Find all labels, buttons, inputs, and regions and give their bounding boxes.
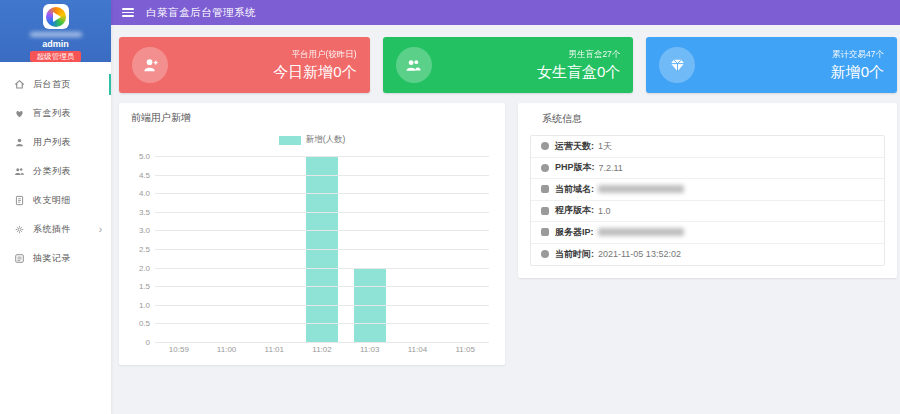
system-info-panel: 系统信息 运营天数: 1天 PHP版本: 7.2.11 当前域名: <box>518 103 897 278</box>
top-header: 白菜盲盒后台管理系统 <box>111 0 900 25</box>
y-axis-tick: 3.5 <box>125 207 150 216</box>
info-row-php-version: PHP版本: 7.2.11 <box>531 158 884 180</box>
blurred-ip-value <box>598 228 684 236</box>
sidebar-item-category-list[interactable]: 分类列表 <box>0 157 111 186</box>
sidebar-item-label: 后台首页 <box>33 78 71 91</box>
stat-cards: 平台用户(较昨日) 今日新增0个 男生盲盒27个 女生盲盒0个 累计交易47个 … <box>119 37 897 93</box>
info-row-domain: 当前域名: <box>531 179 884 201</box>
info-label: 服务器IP: <box>555 226 594 239</box>
gridline <box>155 249 489 250</box>
sidebar-item-label: 系统插件 <box>33 223 71 236</box>
php-icon <box>541 164 549 172</box>
info-value: 2021-11-05 13:52:02 <box>598 249 681 259</box>
x-axis-tick: 11:03 <box>346 345 394 354</box>
sidebar: admin 超级管理员 后台首页 盲盒列表 用户列表 分类列表 <box>0 0 111 414</box>
user-icon <box>13 137 26 148</box>
gridline <box>155 323 489 324</box>
y-axis-tick: 0 <box>125 338 150 347</box>
legend-swatch <box>279 136 301 145</box>
gem-icon <box>659 47 695 83</box>
stat-card-new-total: 累计交易47个 新增0个 <box>646 37 897 93</box>
info-row-current-time: 当前时间: 2021-11-05 13:52:02 <box>531 244 884 266</box>
sidebar-item-lottery-records[interactable]: 抽奖记录 <box>0 244 111 273</box>
info-label: 当前时间: <box>555 248 594 261</box>
x-axis-tick: 11:04 <box>394 345 442 354</box>
sidebar-item-label: 收支明细 <box>33 194 71 207</box>
username: admin <box>42 39 69 49</box>
stat-card-today-users: 平台用户(较昨日) 今日新增0个 <box>119 37 370 93</box>
stat-card-value: 今日新增0个 <box>273 63 356 82</box>
chart-plot: 5.04.54.03.53.02.52.01.51.00.50 <box>155 156 489 342</box>
stat-card-value: 女生盲盒0个 <box>537 63 620 82</box>
info-label: 当前域名: <box>555 183 594 196</box>
y-axis-tick: 5.0 <box>125 152 150 161</box>
role-badge: 超级管理员 <box>30 51 82 62</box>
app-title: 白菜盲盒后台管理系统 <box>146 6 256 20</box>
stat-card-sublabel: 男生盲盒27个 <box>537 49 620 61</box>
info-label: PHP版本: <box>555 161 595 174</box>
user-plus-icon <box>132 47 168 83</box>
info-label: 程序版本: <box>555 204 594 217</box>
home-icon <box>13 79 26 90</box>
blurred-site-name <box>30 32 82 37</box>
chart-legend: 新增(人数) <box>119 134 505 146</box>
x-axis-tick: 11:00 <box>203 345 251 354</box>
file-icon <box>13 195 26 206</box>
info-value: 1.0 <box>598 206 611 216</box>
x-axis-tick: 11:02 <box>298 345 346 354</box>
user-growth-chart-panel: 前端用户新增 新增(人数) 5.04.54.03.53.02.52.01.51.… <box>119 103 505 365</box>
gridline <box>155 156 489 157</box>
sidebar-item-label: 分类列表 <box>33 165 71 178</box>
x-axis-tick: 10:59 <box>155 345 203 354</box>
play-triangle-icon <box>53 12 61 22</box>
link-icon <box>541 185 549 193</box>
sidebar-item-home[interactable]: 后台首页 <box>0 70 111 99</box>
hamburger-icon[interactable] <box>122 8 134 17</box>
info-value: 7.2.11 <box>599 163 623 173</box>
main-content: 平台用户(较昨日) 今日新增0个 男生盲盒27个 女生盲盒0个 累计交易47个 … <box>111 25 900 414</box>
y-axis-tick: 4.5 <box>125 170 150 179</box>
sidebar-item-finance-detail[interactable]: 收支明细 <box>0 186 111 215</box>
gridline <box>155 230 489 231</box>
stat-card-sublabel: 累计交易47个 <box>831 49 884 61</box>
info-list: 运营天数: 1天 PHP版本: 7.2.11 当前域名: 程序版本: 1.0 <box>530 135 885 266</box>
x-axis-tick: 11:05 <box>441 345 489 354</box>
sidebar-item-user-list[interactable]: 用户列表 <box>0 128 111 157</box>
stat-card-girl-blindbox: 男生盲盒27个 女生盲盒0个 <box>383 37 634 93</box>
sidebar-item-label: 用户列表 <box>33 136 71 149</box>
gridline <box>155 193 489 194</box>
gridline <box>155 342 489 343</box>
info-row-program-version: 程序版本: 1.0 <box>531 201 884 223</box>
sidebar-menu: 后台首页 盲盒列表 用户列表 分类列表 收支明细 <box>0 62 111 273</box>
stat-card-value: 新增0个 <box>831 63 884 82</box>
info-title: 系统信息 <box>530 112 885 126</box>
y-axis-tick: 2.5 <box>125 245 150 254</box>
stat-card-sublabel: 平台用户(较昨日) <box>273 49 356 61</box>
y-axis-tick: 4.0 <box>125 189 150 198</box>
y-axis-tick: 1.0 <box>125 300 150 309</box>
list-icon <box>13 253 26 264</box>
legend-label: 新增(人数) <box>306 134 346 146</box>
time-icon <box>541 250 549 258</box>
info-row-uptime: 运营天数: 1天 <box>531 136 884 158</box>
gridline <box>155 268 489 269</box>
chevron-right-icon: › <box>99 224 102 235</box>
x-axis-tick: 11:01 <box>250 345 298 354</box>
sidebar-item-label: 盲盒列表 <box>33 107 71 120</box>
info-row-server-ip: 服务器IP: <box>531 222 884 244</box>
y-axis-tick: 2.0 <box>125 263 150 272</box>
group-icon <box>13 166 26 177</box>
info-label: 运营天数: <box>555 140 594 153</box>
gridline <box>155 286 489 287</box>
users-icon <box>396 47 432 83</box>
chart-xaxis: 10:5911:0011:0111:0211:0311:0411:05 <box>155 345 489 354</box>
sidebar-item-blindbox-list[interactable]: 盲盒列表 <box>0 99 111 128</box>
gridline <box>155 212 489 213</box>
server-icon <box>541 228 549 236</box>
gridline <box>155 305 489 306</box>
play-video-logo-icon <box>43 4 69 29</box>
clock-icon <box>541 142 549 150</box>
blurred-domain-value <box>598 185 684 193</box>
sidebar-item-system-plugin[interactable]: 系统插件 › <box>0 215 111 244</box>
plugin-icon <box>13 224 26 235</box>
